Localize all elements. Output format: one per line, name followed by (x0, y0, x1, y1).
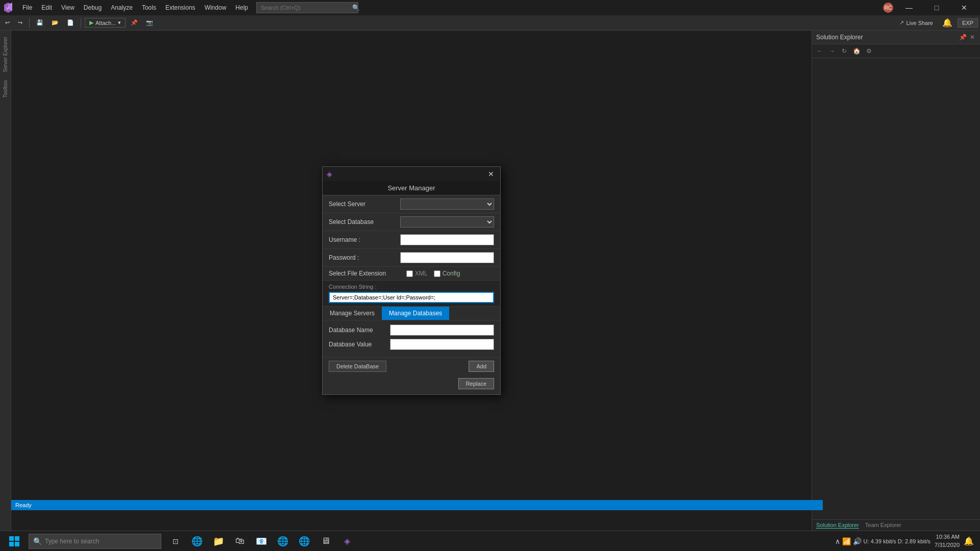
menu-edit[interactable]: Edit (37, 3, 56, 12)
taskbar-app-5[interactable]: 🌐 (273, 531, 293, 552)
select-database-row: Select Database (323, 213, 500, 231)
select-database-label: Select Database (329, 218, 400, 226)
editor-area: ◈ ✕ Server Manager Select Server Select … (11, 31, 812, 531)
sm-vs-logo-icon: ◈ (327, 170, 332, 178)
save-button[interactable]: 💾 (33, 18, 46, 27)
menu-tools[interactable]: Tools (138, 3, 160, 12)
clock-time: 10:36 AM (935, 533, 960, 541)
live-share-button[interactable]: ↗ Live Share (895, 18, 937, 27)
svg-text:V: V (6, 6, 9, 11)
maximize-button[interactable]: □ (925, 0, 948, 15)
taskbar-app-2[interactable]: 📁 (208, 531, 229, 552)
user-avatar: RC (883, 3, 893, 13)
db-name-row: Database Name (329, 324, 494, 336)
live-share-icon: ↗ (899, 19, 904, 26)
sm-close-button[interactable]: ✕ (486, 169, 496, 179)
main-area: Server Explorer Toolbox ◈ ✕ Server Manag… (0, 31, 980, 531)
select-server-dropdown[interactable] (400, 198, 494, 210)
menu-window[interactable]: Window (201, 3, 231, 12)
battery-icon: U: 4.39 kbit/s D: 2.89 kbit/s (864, 538, 930, 544)
se-solution-explorer-tab[interactable]: Solution Explorer (816, 522, 859, 529)
taskview-button[interactable]: ⊡ (165, 531, 186, 552)
db-value-input[interactable] (390, 339, 494, 350)
left-panel-tabs: Server Explorer Toolbox (0, 31, 11, 531)
menu-file[interactable]: File (18, 3, 36, 12)
taskbar-search-icon: 🔍 (33, 537, 42, 545)
menu-analyze[interactable]: Analyze (107, 3, 137, 12)
username-input[interactable] (400, 234, 494, 245)
undo-button[interactable]: ↩ (2, 18, 13, 27)
menu-view[interactable]: View (57, 3, 79, 12)
delete-database-button[interactable]: Delete DataBase (329, 361, 386, 372)
new-button[interactable]: 📄 (64, 18, 77, 27)
minimize-button[interactable]: — (897, 0, 921, 15)
camera-button[interactable]: 📷 (143, 18, 156, 27)
chevron-up-icon[interactable]: ∧ (835, 537, 840, 545)
server-manager-dialog: ◈ ✕ Server Manager Select Server Select … (322, 166, 501, 395)
titlebar-search-input[interactable] (256, 2, 358, 13)
solution-explorer-panel: Solution Explorer 📌 ✕ ← → ↻ 🏠 ⚙ Solution… (812, 31, 980, 531)
pin-button[interactable]: 📌 (128, 18, 141, 27)
volume-icon[interactable]: 🔊 (853, 537, 862, 545)
taskbar-app-vs[interactable]: ◈ (337, 531, 357, 552)
svg-rect-6 (15, 542, 19, 546)
manage-servers-tab[interactable]: Manage Servers (323, 307, 382, 320)
exp-button[interactable]: EXP (958, 18, 978, 28)
connection-string-input[interactable] (329, 292, 494, 303)
connection-string-label: Connection String : (329, 284, 494, 290)
se-footer: Solution Explorer Team Explorer (812, 519, 980, 531)
se-close-icon[interactable]: ✕ (969, 33, 976, 42)
open-button[interactable]: 📂 (48, 18, 62, 27)
attach-button[interactable]: ▶ Attach... ▾ (85, 18, 126, 28)
se-forward-button[interactable]: → (826, 45, 838, 57)
sm-replace-row: Replace (323, 375, 500, 394)
taskbar-right: ∧ 📶 🔊 U: 4.39 kbit/s D: 2.89 kbit/s 10:3… (835, 533, 978, 549)
file-extension-row: Select File Extension XML Config (323, 267, 500, 281)
db-name-input[interactable] (390, 324, 494, 336)
se-refresh-button[interactable]: ↻ (839, 45, 850, 57)
connection-string-section: Connection String : (323, 281, 500, 307)
add-button[interactable]: Add (469, 361, 494, 372)
server-explorer-tab[interactable]: Server Explorer (2, 33, 9, 76)
start-button[interactable] (2, 531, 27, 552)
se-pin-icon[interactable]: 📌 (958, 33, 968, 42)
titlebar-menu: File Edit View Debug Analyze Tools Exten… (18, 3, 252, 12)
redo-button[interactable]: ↪ (15, 18, 26, 27)
se-header: Solution Explorer 📌 ✕ (812, 31, 980, 44)
se-settings-button[interactable]: ⚙ (863, 45, 874, 57)
close-button[interactable]: ✕ (952, 0, 976, 15)
network-icon[interactable]: 📶 (842, 537, 851, 545)
taskbar-app-1[interactable]: 🌐 (187, 531, 207, 552)
select-server-label: Select Server (329, 201, 400, 208)
notification-area: ∧ 📶 🔊 U: 4.39 kbit/s D: 2.89 kbit/s (835, 537, 930, 545)
notification-icon[interactable]: 🔔 (939, 18, 955, 28)
sm-tabs: Manage Servers Manage Databases (323, 307, 500, 320)
taskbar-app-6[interactable]: 🌐 (294, 531, 314, 552)
menu-help[interactable]: Help (231, 3, 252, 12)
menu-debug[interactable]: Debug (80, 3, 106, 12)
taskbar-app-7[interactable]: 🖥 (315, 531, 336, 552)
username-row: Username : (323, 231, 500, 249)
xml-checkbox[interactable] (406, 270, 413, 277)
titlebar: V File Edit View Debug Analyze Tools Ext… (0, 0, 980, 15)
clock[interactable]: 10:36 AM 7/31/2020 (935, 533, 960, 549)
config-checkbox[interactable] (434, 270, 440, 277)
taskbar-app-3[interactable]: 🛍 (230, 531, 250, 552)
se-back-button[interactable]: ← (814, 45, 825, 57)
taskbar-app-4[interactable]: 📧 (251, 531, 272, 552)
manage-databases-tab[interactable]: Manage Databases (382, 307, 449, 320)
menu-extensions[interactable]: Extensions (161, 3, 200, 12)
notification-bell-icon[interactable]: 🔔 (964, 536, 974, 546)
db-name-label: Database Name (329, 327, 390, 334)
password-input[interactable] (400, 252, 494, 263)
sm-titlebar-left: ◈ (327, 170, 332, 178)
replace-button[interactable]: Replace (458, 378, 494, 389)
select-database-dropdown[interactable] (400, 216, 494, 228)
toolbox-tab[interactable]: Toolbox (2, 76, 9, 102)
search-icon: 🔍 (352, 4, 360, 11)
ready-status: Ready (15, 502, 32, 508)
svg-rect-5 (9, 542, 14, 546)
se-home-button[interactable]: 🏠 (851, 45, 862, 57)
se-team-explorer-tab[interactable]: Team Explorer (865, 522, 901, 529)
taskbar-search[interactable]: 🔍 Type here to search (29, 534, 161, 549)
